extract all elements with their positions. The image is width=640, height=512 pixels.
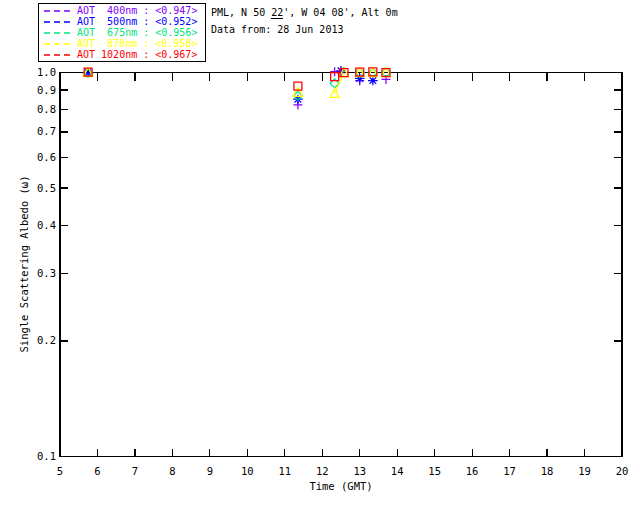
y-axis-title: Single Scattering Albedo (ω) [18, 175, 30, 352]
y-axis-tick-label: 0.6 [37, 151, 56, 163]
plus-marker [330, 67, 339, 76]
x-axis-tick-label: 18 [541, 465, 554, 477]
plot-border [60, 73, 622, 457]
y-axis-tick-label: 0.3 [37, 267, 56, 279]
x-axis-tick-label: 16 [466, 465, 479, 477]
plot-screen: PML, N 50 22', W 04 08', Alt 0m Data fro… [0, 0, 640, 512]
x-axis-tick-label: 8 [169, 465, 175, 477]
x-axis-tick-label: 19 [578, 465, 591, 477]
y-axis-tick-label: 0.9 [37, 84, 56, 96]
x-axis-tick-label: 12 [316, 465, 329, 477]
x-axis-tick-label: 15 [428, 465, 441, 477]
x-axis-tick-label: 14 [391, 465, 404, 477]
x-axis-tick-label: 7 [132, 465, 138, 477]
axis-ticks: 5678910111213141516171819201.00.90.80.70… [37, 66, 628, 477]
y-axis-tick-label: 0.2 [37, 334, 56, 346]
y-axis-tick-label: 1.0 [37, 66, 56, 78]
x-axis-tick-label: 20 [616, 465, 629, 477]
y-axis-tick-label: 0.1 [37, 450, 56, 462]
x-axis-tick-label: 17 [503, 465, 516, 477]
y-axis-tick-label: 0.8 [37, 103, 56, 115]
x-axis-tick-label: 13 [353, 465, 366, 477]
y-axis-tick-label: 0.7 [37, 125, 56, 137]
x-axis-title: Time (GMT) [309, 480, 372, 492]
plot-svg: 5678910111213141516171819201.00.90.80.70… [0, 0, 640, 512]
x-axis-tick-label: 9 [207, 465, 213, 477]
x-axis-tick-label: 10 [241, 465, 254, 477]
y-axis-tick-label: 0.4 [37, 219, 56, 231]
x-axis-tick-label: 11 [278, 465, 291, 477]
x-axis-tick-label: 5 [57, 465, 63, 477]
x-axis-tick-label: 6 [94, 465, 100, 477]
y-axis-tick-label: 0.5 [37, 182, 56, 194]
